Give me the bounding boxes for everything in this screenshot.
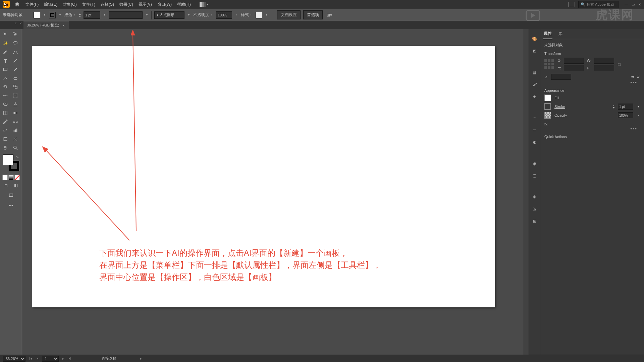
fx-label[interactable]: fx. [544, 122, 640, 126]
stroke-input-panel[interactable] [618, 104, 633, 110]
eraser-tool[interactable] [11, 74, 20, 82]
brush-preview[interactable]: •3 点圆形 [154, 11, 184, 19]
next-artboard[interactable]: ▸ [61, 357, 65, 360]
first-artboard[interactable]: |◂ [28, 357, 33, 360]
magic-wand-tool[interactable]: ✨ [1, 39, 10, 47]
slice-tool[interactable] [11, 135, 20, 143]
reference-point[interactable] [544, 59, 554, 69]
menu-help[interactable]: 帮助(H) [174, 0, 194, 9]
arrange-docs-icon[interactable]: ▾ [200, 2, 208, 7]
x-input[interactable] [564, 58, 584, 64]
curvature-tool[interactable] [11, 48, 20, 56]
stroke-swatch[interactable] [49, 12, 56, 18]
selection-tool[interactable] [1, 31, 10, 39]
symbol-sprayer-tool[interactable] [1, 126, 10, 134]
stroke-swatch-panel[interactable] [544, 103, 551, 110]
tab-properties[interactable]: 属性 [543, 29, 552, 39]
fill-swatch[interactable] [34, 12, 40, 18]
style-swatch[interactable] [256, 12, 262, 18]
menu-file[interactable]: 文件(F) [23, 0, 41, 9]
transparency-icon[interactable]: ◐ [531, 138, 538, 146]
opacity-input[interactable] [216, 11, 232, 19]
flip-v-icon[interactable]: ⇵ [637, 75, 640, 79]
preferences-button[interactable]: 首选项 [303, 10, 323, 19]
tab-libraries[interactable]: 库 [558, 29, 563, 39]
artboard-tool[interactable] [1, 135, 10, 143]
asset-export-icon[interactable]: ⇲ [531, 205, 538, 213]
eyedropper-tool[interactable] [1, 118, 10, 126]
rectangle-tool[interactable] [1, 65, 10, 73]
y-input[interactable] [564, 65, 584, 71]
status-play[interactable]: ▸ [139, 357, 143, 360]
link-wh-icon[interactable]: ⛓ [618, 62, 621, 66]
appearance-more[interactable]: ••• [544, 126, 640, 131]
menu-view[interactable]: 视图(V) [136, 0, 155, 9]
free-transform-tool[interactable] [11, 92, 20, 100]
variable-width-input[interactable] [109, 11, 143, 19]
layers-icon[interactable]: ❖ [531, 193, 538, 201]
stroke-weight-input[interactable] [84, 11, 100, 19]
menu-object[interactable]: 对象(O) [60, 0, 79, 9]
mesh-tool[interactable] [1, 109, 10, 117]
graphic-styles-icon[interactable]: ▢ [531, 172, 538, 179]
zoom-tool[interactable] [11, 144, 20, 152]
home-icon[interactable] [14, 1, 20, 7]
draw-behind[interactable]: ◧ [11, 181, 21, 189]
close-icon[interactable]: ✕ [637, 2, 643, 7]
fill-swatch-panel[interactable] [544, 95, 551, 101]
stroke-stepper[interactable]: ▴▾ [613, 104, 614, 109]
menu-effect[interactable]: 效果(C) [117, 0, 136, 9]
menu-edit[interactable]: 编辑(E) [41, 0, 60, 9]
screen-mode[interactable] [6, 191, 16, 199]
paintbrush-tool[interactable] [11, 65, 20, 73]
collapse-icon[interactable]: « [15, 21, 17, 25]
line-tool[interactable] [11, 57, 20, 65]
lasso-tool[interactable] [11, 39, 20, 47]
type-tool[interactable]: T [1, 57, 10, 65]
symbols-icon[interactable]: ♣ [531, 93, 538, 100]
edit-toolbar[interactable]: ••• [1, 203, 21, 208]
gradient-mode[interactable] [8, 175, 14, 180]
none-mode[interactable] [14, 175, 20, 180]
brush-dropdown[interactable]: ▾ [187, 12, 191, 18]
fill-stroke-indicator[interactable]: ⤡ [3, 155, 19, 171]
gradient-panel-icon[interactable]: ▭ [531, 126, 538, 134]
tab-close-left[interactable]: × [19, 21, 21, 25]
pen-tool[interactable] [1, 48, 10, 56]
drawing-mode[interactable]: ◻ [1, 181, 11, 189]
zoom-select[interactable]: 36.26% [3, 356, 25, 362]
angle-input[interactable] [551, 74, 571, 80]
stroke-dd-panel[interactable]: ▾ [637, 103, 640, 110]
graph-tool[interactable] [11, 126, 20, 134]
stroke-dropdown[interactable]: ▾ [58, 12, 62, 18]
h-input[interactable] [594, 65, 614, 71]
w-input[interactable] [594, 58, 614, 64]
canvas-area[interactable]: 下面我们来认识一下AI的操作界面，点击AI界面的【新建】一个画板， 在界面上方是… [22, 29, 524, 362]
transform-more[interactable]: ••• [544, 80, 640, 85]
color-panel-icon[interactable]: 🎨 [531, 35, 538, 43]
align-icon[interactable]: ⊞▾ [325, 13, 333, 17]
appearance-icon[interactable]: ◉ [531, 160, 538, 167]
menu-select[interactable]: 选择(S) [98, 0, 117, 9]
prev-artboard[interactable]: ◂ [36, 357, 39, 360]
blend-tool[interactable] [11, 118, 20, 126]
fill-dropdown[interactable]: ▾ [43, 12, 46, 18]
style-dropdown[interactable]: ▾ [265, 12, 268, 18]
rotate-tool[interactable] [1, 83, 10, 91]
artboard-select[interactable]: 1 [42, 356, 59, 362]
swatches-icon[interactable]: ▦ [531, 69, 538, 76]
opacity-input-panel[interactable] [618, 112, 633, 118]
doc-setup-button[interactable]: 文档设置 [277, 10, 301, 19]
stroke-weight-dropdown[interactable]: ▾ [103, 12, 106, 18]
minimize-icon[interactable]: — [623, 2, 629, 7]
stroke-panel-icon[interactable]: ≡ [531, 114, 538, 122]
width-tool[interactable] [1, 92, 10, 100]
hand-tool[interactable] [1, 144, 10, 152]
scale-tool[interactable] [11, 83, 20, 91]
maximize-icon[interactable]: ▭ [630, 2, 636, 7]
menu-type[interactable]: 文字(T) [79, 0, 98, 9]
artboards-icon[interactable]: ⊞ [531, 218, 538, 225]
color-mode[interactable] [2, 175, 8, 180]
last-artboard[interactable]: ▸| [68, 357, 72, 360]
vertical-scrollbar[interactable] [524, 29, 529, 362]
